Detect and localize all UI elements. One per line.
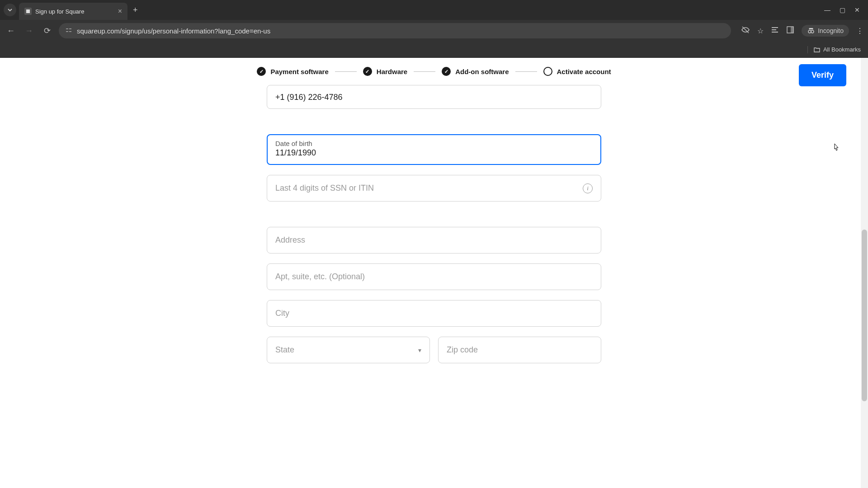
step-connector bbox=[335, 71, 357, 72]
step-hardware: ✓ Hardware bbox=[363, 67, 407, 76]
maximize-icon[interactable]: ▢ bbox=[840, 6, 845, 14]
dob-field[interactable]: Date of birth 11/19/1990 bbox=[267, 134, 601, 165]
step-label: Hardware bbox=[377, 68, 407, 75]
dob-value: 11/19/1990 bbox=[275, 148, 593, 158]
site-settings-icon[interactable] bbox=[65, 27, 72, 35]
chevron-down-icon: ▾ bbox=[418, 347, 421, 354]
url-text: squareup.com/signup/us/personal-informat… bbox=[77, 27, 270, 35]
back-button[interactable]: ← bbox=[5, 26, 17, 36]
browser-menu-icon[interactable]: ⋮ bbox=[856, 27, 863, 35]
svg-rect-0 bbox=[26, 9, 30, 13]
address-input[interactable] bbox=[275, 235, 593, 245]
zip-field[interactable] bbox=[438, 337, 601, 363]
side-panel-icon[interactable] bbox=[786, 26, 794, 36]
address-field[interactable] bbox=[267, 227, 601, 253]
progress-stepper: ✓ Payment software ✓ Hardware ✓ Add-on s… bbox=[0, 58, 868, 80]
svg-rect-4 bbox=[69, 31, 71, 32]
zip-input[interactable] bbox=[447, 345, 593, 355]
dob-label: Date of birth bbox=[275, 140, 593, 147]
scrollbar-track[interactable] bbox=[861, 58, 868, 488]
close-window-icon[interactable]: ✕ bbox=[854, 6, 860, 14]
incognito-icon bbox=[807, 27, 815, 35]
signup-form: +1 (916) 226-4786 Date of birth 11/19/19… bbox=[267, 80, 601, 373]
ssn-input[interactable] bbox=[275, 183, 593, 193]
tab-search-dropdown[interactable] bbox=[4, 4, 16, 16]
check-icon: ✓ bbox=[363, 67, 372, 76]
step-payment-software: ✓ Payment software bbox=[257, 67, 328, 76]
new-tab-button[interactable]: + bbox=[133, 5, 138, 15]
window-controls: — ▢ ✕ bbox=[824, 6, 864, 14]
check-icon: ✓ bbox=[442, 67, 451, 76]
svg-rect-2 bbox=[69, 28, 71, 29]
cursor-pointer-icon bbox=[831, 143, 841, 155]
svg-rect-7 bbox=[772, 32, 778, 33]
reload-button[interactable]: ⟳ bbox=[41, 26, 53, 36]
svg-point-11 bbox=[811, 30, 814, 33]
chevron-down-icon bbox=[7, 7, 13, 13]
tab-favicon-icon bbox=[24, 8, 32, 15]
svg-rect-6 bbox=[772, 29, 776, 30]
page-content: ✓ Payment software ✓ Hardware ✓ Add-on s… bbox=[0, 58, 868, 488]
folder-icon bbox=[813, 46, 821, 53]
step-label: Payment software bbox=[270, 68, 328, 75]
svg-rect-9 bbox=[791, 27, 793, 33]
circle-empty-icon bbox=[543, 67, 552, 76]
reader-icon[interactable] bbox=[771, 26, 779, 36]
bookmarks-bar: All Bookmarks bbox=[0, 42, 868, 58]
eye-off-icon[interactable] bbox=[741, 25, 750, 36]
city-field[interactable] bbox=[267, 300, 601, 327]
bookmark-star-icon[interactable]: ☆ bbox=[757, 27, 764, 35]
incognito-label: Incognito bbox=[818, 27, 844, 34]
forward-button[interactable]: → bbox=[23, 26, 35, 36]
step-label: Add-on software bbox=[455, 68, 509, 75]
state-placeholder: State bbox=[275, 345, 294, 355]
step-label: Activate account bbox=[557, 68, 611, 75]
svg-rect-5 bbox=[772, 27, 778, 28]
svg-rect-1 bbox=[66, 28, 68, 29]
step-connector bbox=[515, 71, 537, 72]
city-input[interactable] bbox=[275, 309, 593, 318]
all-bookmarks-label: All Bookmarks bbox=[823, 46, 861, 53]
minimize-icon[interactable]: — bbox=[824, 6, 830, 14]
phone-value: +1 (916) 226-4786 bbox=[275, 93, 593, 102]
step-connector bbox=[414, 71, 435, 72]
address-bar[interactable]: squareup.com/signup/us/personal-informat… bbox=[59, 23, 731, 38]
all-bookmarks-button[interactable]: All Bookmarks bbox=[807, 46, 861, 53]
phone-field[interactable]: +1 (916) 226-4786 bbox=[267, 85, 601, 109]
step-activate-account: Activate account bbox=[543, 67, 611, 76]
state-select[interactable]: State ▾ bbox=[267, 337, 430, 363]
svg-point-10 bbox=[808, 30, 811, 33]
tab-title: Sign up for Square bbox=[35, 8, 84, 15]
tab-close-icon[interactable]: × bbox=[118, 7, 122, 15]
check-icon: ✓ bbox=[257, 67, 266, 76]
ssn-field[interactable]: i bbox=[267, 175, 601, 202]
apt-field[interactable] bbox=[267, 263, 601, 290]
step-addon-software: ✓ Add-on software bbox=[442, 67, 509, 76]
browser-toolbar: ← → ⟳ squareup.com/signup/us/personal-in… bbox=[0, 20, 868, 42]
scrollbar-thumb[interactable] bbox=[862, 230, 867, 401]
svg-rect-3 bbox=[66, 31, 68, 32]
info-icon[interactable]: i bbox=[583, 183, 593, 193]
apt-input[interactable] bbox=[275, 272, 593, 282]
verify-button[interactable]: Verify bbox=[799, 64, 846, 86]
browser-tab[interactable]: Sign up for Square × bbox=[19, 3, 127, 20]
incognito-badge[interactable]: Incognito bbox=[802, 25, 849, 37]
browser-tab-strip: Sign up for Square × + — ▢ ✕ bbox=[0, 0, 868, 20]
